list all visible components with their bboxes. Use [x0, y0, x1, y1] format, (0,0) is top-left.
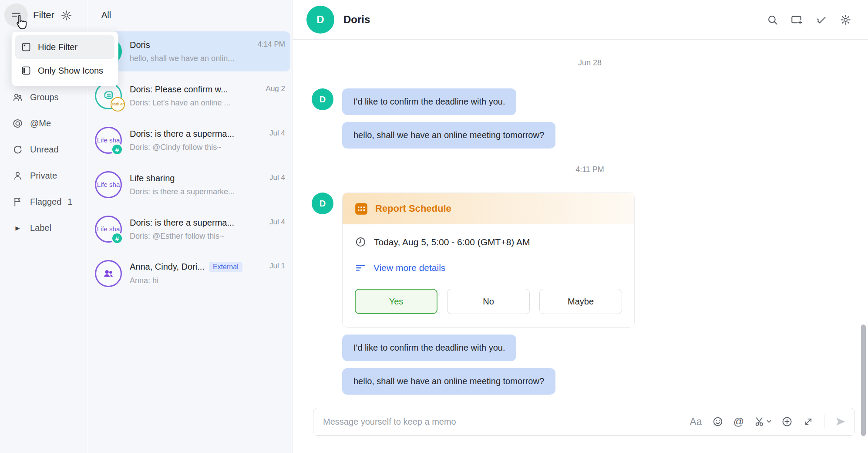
expand-composer-icon[interactable] — [803, 416, 814, 427]
calendar-icon — [355, 202, 368, 215]
chat-list-item-please-confirm[interactable]: esth er Doris: Please confirm w... Aug 2… — [91, 76, 290, 116]
mention-icon[interactable]: @ — [733, 416, 744, 428]
message-group: D Report Schedule — [312, 193, 868, 328]
menu-item-hide-filter[interactable]: Hide Filter — [15, 35, 114, 59]
chat-preview: Doris: @Cindy follow this~ — [130, 143, 285, 152]
double-check-icon[interactable] — [815, 14, 827, 26]
new-meeting-icon[interactable] — [791, 14, 803, 26]
avatar: Life sha # — [95, 127, 122, 154]
clock-icon — [355, 236, 367, 248]
sidebar-item-label: @Me — [30, 118, 51, 128]
filter-settings-gear-icon[interactable] — [61, 10, 72, 21]
sidebar: Filter Hide Filter — [0, 0, 87, 453]
plus-circle-icon[interactable] — [781, 416, 793, 427]
chat-preview: Anna: hi — [130, 276, 285, 285]
font-style-icon[interactable]: Aa — [690, 416, 702, 428]
avatar: Life sha — [95, 171, 122, 198]
chat-title: Doris: is there a superma... — [130, 129, 234, 139]
chat-preview: Doris: is there a supermarke... — [130, 187, 285, 196]
chat-title: Doris — [130, 40, 150, 50]
group-people-icon — [102, 267, 115, 280]
event-time: Today, Aug 5, 5:00 - 6:00 (GMT+8) AM — [374, 237, 530, 247]
external-badge: External — [209, 262, 242, 272]
filter-row: Filter — [0, 0, 87, 27]
menu-item-only-show-icons[interactable]: Only Show Icons — [15, 59, 114, 82]
message-input[interactable] — [323, 417, 690, 427]
expand-arrow-icon[interactable]: ▶ — [12, 225, 24, 231]
screenshot-scissors-icon[interactable] — [754, 416, 771, 427]
chat-time: Jul 4 — [266, 173, 285, 182]
sidebar-nav: Groups @Me Unread — [0, 84, 87, 241]
conversation-title: Doris — [343, 14, 370, 26]
sidebar-item-label: Groups — [30, 92, 59, 102]
sidebar-item-private[interactable]: Private — [0, 162, 87, 189]
sender-avatar[interactable]: D — [312, 88, 333, 110]
mention-icon — [12, 118, 24, 129]
sidebar-item-label: Flagged — [30, 197, 61, 207]
message-group: D I'd like to confirm the deadline with … — [312, 88, 868, 149]
chat-time: Jul 4 — [266, 129, 285, 138]
chat-title: Anna, Cindy, Dori... — [130, 262, 205, 272]
card-title: Report Schedule — [375, 203, 451, 214]
chat-time: Jul 4 — [266, 218, 285, 226]
chat-list-item-supermarket-cindy[interactable]: Life sha # Doris: is there a superma... … — [91, 120, 290, 160]
chevron-down-icon — [767, 420, 771, 423]
person-icon — [12, 170, 24, 181]
message-bubble: I'd like to confirm the deadline with yo… — [342, 335, 516, 361]
chat-title: Life sharing — [130, 173, 175, 183]
agenda-lines-icon — [355, 262, 366, 274]
sender-avatar[interactable]: D — [312, 193, 333, 214]
hide-filter-icon — [21, 42, 31, 52]
filter-label: Filter — [33, 10, 54, 21]
message-bubble: I'd like to confirm the deadline with yo… — [342, 88, 516, 115]
sidebar-item-label: Label — [30, 223, 51, 233]
menu-item-label: Hide Filter — [38, 42, 77, 52]
flag-icon — [12, 196, 24, 207]
vertical-scrollbar[interactable] — [861, 325, 866, 436]
conversation-header: D Doris — [293, 0, 868, 40]
sidebar-item-at-me[interactable]: @Me — [0, 110, 87, 136]
settings-gear-icon[interactable] — [840, 14, 851, 26]
chat-list-item-supermarket-esther[interactable]: Life sha # Doris: is there a superma... … — [91, 209, 290, 249]
avatar — [95, 260, 122, 287]
unread-icon — [12, 144, 24, 155]
rsvp-no-button[interactable]: No — [447, 289, 530, 314]
message-bubble: hello, shall we have an online meeting t… — [342, 368, 555, 395]
hand-cursor-icon — [12, 13, 30, 31]
topic-hash-badge: # — [111, 232, 123, 244]
sidebar-item-label: Private — [30, 171, 57, 181]
chat-title: Doris: Please confirm w... — [130, 85, 228, 95]
chat-time: 4:14 PM — [254, 40, 285, 49]
chat-list: D Doris 4:14 PM hello, shall we have an … — [91, 31, 290, 298]
chat-time: Jul 1 — [266, 262, 285, 270]
report-schedule-card: Report Schedule Today, Aug 5, 5:00 - 6:0… — [342, 193, 635, 328]
conversation-avatar[interactable]: D — [306, 6, 334, 34]
emoji-icon[interactable] — [712, 416, 723, 427]
rsvp-yes-button[interactable]: Yes — [355, 289, 437, 314]
avatar-text: Life sha — [95, 171, 122, 198]
sidebar-item-label-section[interactable]: ▶ Label — [0, 215, 87, 241]
groups-icon — [12, 92, 24, 103]
rsvp-maybe-button[interactable]: Maybe — [539, 289, 622, 314]
send-icon[interactable] — [834, 416, 847, 428]
chat-preview: hello, shall we have an onlin... — [130, 54, 285, 63]
chat-list-item-group-anna-cindy[interactable]: Anna, Cindy, Dori... External Jul 1 Anna… — [91, 254, 290, 294]
sidebar-item-label: Unread — [30, 145, 59, 155]
chat-preview: Doris: @Esther follow this~ — [130, 232, 285, 241]
time-separator: 4:11 PM — [312, 165, 868, 174]
sidebar-item-unread[interactable]: Unread — [0, 136, 87, 162]
message-area: Jun 28 D I'd like to confirm the deadlin… — [293, 40, 868, 453]
search-icon[interactable] — [767, 14, 778, 26]
chat-list-item-life-sharing[interactable]: Life sha Life sharing Jul 4 Doris: is th… — [91, 165, 290, 205]
filter-dropdown-menu: Hide Filter Only Show Icons — [11, 31, 118, 86]
avatar: esth er — [95, 82, 122, 109]
tab-all[interactable]: All — [101, 10, 111, 20]
menu-item-label: Only Show Icons — [38, 66, 103, 76]
conversation-panel: D Doris — [293, 0, 868, 453]
flagged-count: 1 — [67, 197, 72, 207]
view-more-details-link[interactable]: View more details — [373, 263, 445, 273]
sidebar-item-flagged[interactable]: Flagged 1 — [0, 189, 87, 215]
date-separator: Jun 28 — [312, 58, 868, 68]
sidebar-item-groups[interactable]: Groups — [0, 84, 87, 110]
chat-list-item-doris[interactable]: D Doris 4:14 PM hello, shall we have an … — [91, 31, 290, 71]
